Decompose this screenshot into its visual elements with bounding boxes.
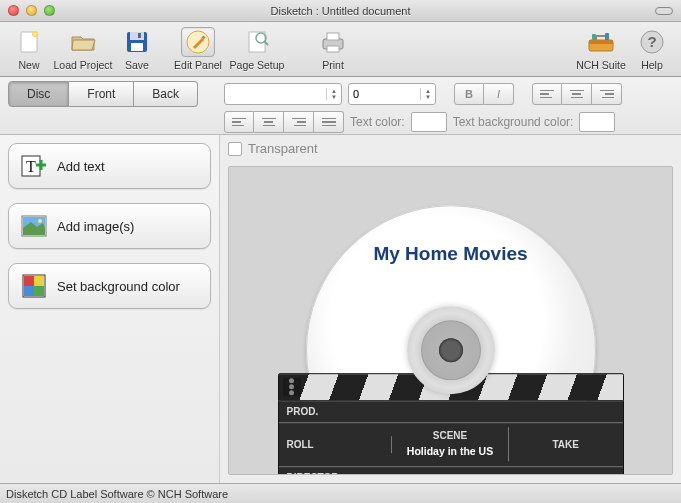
text-bg-color-label: Text background color:: [453, 115, 574, 129]
italic-button[interactable]: I: [484, 83, 514, 105]
window-controls: [8, 5, 55, 16]
print-button[interactable]: Print: [310, 27, 356, 72]
add-text-label: Add text: [57, 159, 105, 174]
format-bar: Disc Front Back ▲▼ 0 ▲▼ B I: [0, 77, 681, 135]
design-canvas[interactable]: My Home Movies PROD. ROLL SCENE Holiday …: [228, 166, 673, 475]
svg-rect-5: [138, 33, 141, 38]
add-images-button[interactable]: Add image(s): [8, 203, 211, 249]
clapper-roll-label: ROLL: [287, 439, 384, 450]
clapper-director-label: DIRECTOR: [279, 469, 623, 475]
svg-rect-3: [130, 32, 144, 40]
paragraph-align-group: [532, 83, 622, 105]
svg-rect-13: [327, 46, 339, 52]
text-bg-color-swatch[interactable]: [579, 112, 615, 132]
new-button[interactable]: New: [6, 27, 52, 72]
align-left-button[interactable]: [224, 111, 254, 133]
font-size-value: 0: [353, 88, 418, 100]
set-bg-color-button[interactable]: Set background color: [8, 263, 211, 309]
stepper-icon: ▲▼: [420, 88, 431, 100]
color-grid-icon: [21, 274, 47, 298]
text-align-group: [224, 111, 344, 133]
svg-rect-17: [605, 33, 609, 40]
add-text-icon: T: [21, 154, 47, 178]
svg-rect-33: [34, 286, 44, 296]
para-align-center-button[interactable]: [562, 83, 592, 105]
page-setup-icon: [240, 27, 274, 57]
edit-panel-button[interactable]: Edit Panel: [170, 27, 226, 72]
svg-rect-31: [34, 276, 44, 286]
view-tabs: Disc Front Back: [8, 81, 198, 107]
svg-rect-30: [24, 276, 34, 286]
canvas-area: Transparent My Home Movies PROD. ROLL SC: [220, 135, 681, 483]
help-icon: ?: [635, 27, 669, 57]
disc-title-text[interactable]: My Home Movies: [306, 243, 596, 265]
svg-rect-15: [589, 40, 613, 44]
pencil-circle-icon: [181, 27, 215, 57]
svg-text:T: T: [26, 158, 36, 175]
tab-front[interactable]: Front: [69, 81, 134, 107]
align-right-button[interactable]: [284, 111, 314, 133]
load-project-button[interactable]: Load Project: [52, 27, 114, 72]
minimize-window-button[interactable]: [26, 5, 37, 16]
font-family-combo[interactable]: ▲▼: [224, 83, 342, 105]
clapper-prod-label: PROD.: [279, 403, 623, 420]
stepper-icon: ▲▼: [326, 88, 337, 100]
window-title: Disketch : Untitled document: [270, 5, 410, 17]
bold-button[interactable]: B: [454, 83, 484, 105]
image-icon: [21, 214, 47, 238]
disc-hole: [439, 338, 463, 362]
svg-rect-16: [592, 34, 596, 40]
floppy-disk-icon: [120, 27, 154, 57]
sidebar: T Add text Add image(s) Set background c…: [0, 135, 220, 483]
status-text: Disketch CD Label Software © NCH Softwar…: [6, 488, 228, 500]
add-images-label: Add image(s): [57, 219, 134, 234]
nch-suite-button[interactable]: NCH Suite: [573, 27, 629, 72]
svg-rect-12: [327, 33, 339, 40]
close-window-button[interactable]: [8, 5, 19, 16]
save-button[interactable]: Save: [114, 27, 160, 72]
set-bg-label: Set background color: [57, 279, 180, 294]
align-center-button[interactable]: [254, 111, 284, 133]
tab-back[interactable]: Back: [134, 81, 198, 107]
text-color-label: Text color:: [350, 115, 405, 129]
new-document-icon: [12, 27, 46, 57]
folder-open-icon: [66, 27, 100, 57]
zoom-window-button[interactable]: [44, 5, 55, 16]
text-color-swatch[interactable]: [411, 112, 447, 132]
clapper-scene-value: Holiday in the US: [407, 446, 493, 459]
svg-rect-32: [24, 286, 34, 296]
transparent-checkbox[interactable]: [228, 142, 242, 156]
toolbar-toggle-button[interactable]: [655, 7, 673, 15]
font-style-group: B I: [454, 83, 514, 105]
printer-icon: [316, 27, 350, 57]
font-size-combo[interactable]: 0 ▲▼: [348, 83, 436, 105]
svg-text:?: ?: [647, 33, 656, 50]
main-toolbar: New Load Project Save Edit Panel Pa: [0, 22, 681, 77]
toolbox-icon: [584, 27, 618, 57]
transparent-label: Transparent: [248, 141, 318, 156]
status-bar: Disketch CD Label Software © NCH Softwar…: [0, 483, 681, 503]
page-setup-button[interactable]: Page Setup: [226, 27, 288, 72]
titlebar: Disketch : Untitled document: [0, 0, 681, 22]
svg-rect-4: [131, 43, 143, 51]
para-align-left-button[interactable]: [532, 83, 562, 105]
main-area: T Add text Add image(s) Set background c…: [0, 135, 681, 483]
clapper-scene-label: SCENE: [433, 431, 467, 442]
add-text-button[interactable]: T Add text: [8, 143, 211, 189]
disc-preview: My Home Movies PROD. ROLL SCENE Holiday …: [306, 205, 596, 475]
para-align-right-button[interactable]: [592, 83, 622, 105]
help-button[interactable]: ? Help: [629, 27, 675, 72]
tab-disc[interactable]: Disc: [8, 81, 69, 107]
align-justify-button[interactable]: [314, 111, 344, 133]
svg-point-28: [38, 219, 42, 223]
clapper-take-label: TAKE: [517, 439, 615, 450]
